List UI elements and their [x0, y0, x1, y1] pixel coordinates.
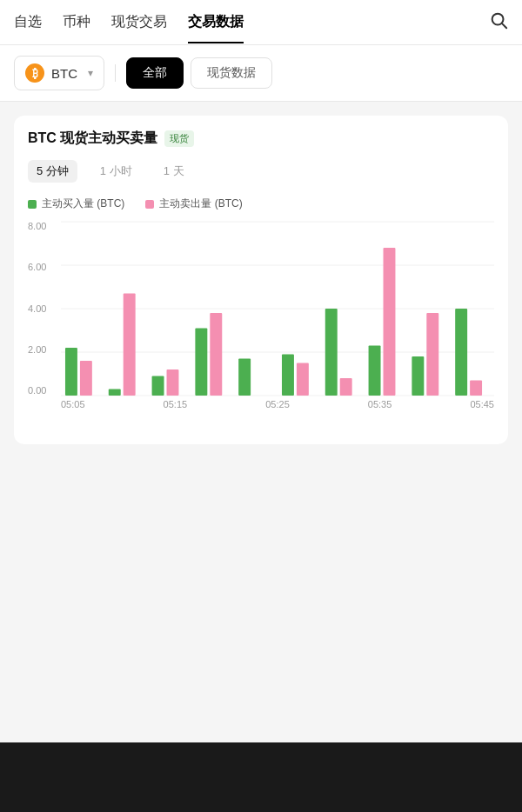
coin-label: BTC: [51, 66, 77, 81]
chart-container: 8.00 6.00 4.00 2.00 0.00 05:05: [28, 222, 494, 430]
bottom-bar: [0, 742, 522, 812]
y-labels: 8.00 6.00 4.00 2.00 0.00: [28, 222, 46, 396]
time-tabs: 5 分钟 1 小时 1 天: [28, 160, 494, 183]
y-label-8: 8.00: [28, 222, 46, 231]
filter-row: ₿ BTC ▾ 全部 现货数据: [0, 45, 522, 102]
nav-item-spot-trade[interactable]: 现货交易: [111, 1, 167, 43]
filter-btn-spot[interactable]: 现货数据: [191, 57, 272, 89]
svg-rect-9: [109, 389, 121, 396]
x-label-0545: 05:45: [470, 399, 494, 409]
y-label-6: 6.00: [28, 263, 46, 272]
svg-rect-7: [65, 348, 77, 396]
nav-item-coins[interactable]: 币种: [63, 1, 90, 43]
separator: [115, 64, 116, 82]
time-tab-5min[interactable]: 5 分钟: [28, 160, 77, 183]
y-label-0: 0.00: [28, 386, 46, 396]
legend-sell-dot: [145, 200, 154, 209]
nav-items: 自选 币种 现货交易 交易数据: [14, 1, 244, 43]
chart-area: [61, 222, 494, 396]
svg-rect-15: [238, 359, 251, 396]
svg-rect-12: [167, 369, 179, 396]
bar-chart-svg: [61, 222, 494, 396]
nav-item-watchlist[interactable]: 自选: [14, 1, 42, 43]
svg-rect-25: [470, 381, 482, 396]
svg-line-1: [502, 23, 506, 28]
chart-legend: 主动买入量 (BTC) 主动卖出量 (BTC): [28, 196, 494, 211]
svg-rect-21: [384, 248, 396, 396]
spot-badge: 现货: [164, 130, 194, 147]
nav-item-trade-data[interactable]: 交易数据: [188, 1, 244, 43]
filter-btn-all[interactable]: 全部: [126, 57, 184, 89]
x-label-0525: 05:25: [265, 399, 290, 409]
svg-rect-11: [152, 376, 164, 396]
legend-sell-label: 主动卖出量 (BTC): [159, 196, 242, 211]
legend-buy: 主动买入量 (BTC): [28, 196, 124, 211]
svg-rect-17: [297, 363, 309, 396]
svg-rect-24: [455, 309, 467, 396]
svg-rect-22: [412, 356, 424, 396]
time-tab-1h[interactable]: 1 小时: [91, 160, 141, 183]
y-label-4: 4.00: [28, 304, 46, 314]
filter-buttons: 全部 现货数据: [126, 57, 272, 89]
svg-rect-19: [340, 378, 352, 396]
card-title: BTC 现货主动买卖量 现货: [28, 130, 494, 148]
svg-rect-8: [80, 361, 92, 396]
btc-icon: ₿: [25, 63, 44, 83]
legend-sell: 主动卖出量 (BTC): [145, 196, 242, 211]
svg-rect-10: [124, 294, 136, 396]
legend-buy-dot: [28, 200, 37, 209]
svg-rect-23: [426, 313, 438, 396]
svg-rect-20: [369, 346, 381, 396]
svg-rect-18: [325, 309, 338, 396]
chart-card: BTC 现货主动买卖量 现货 5 分钟 1 小时 1 天 主动买入量 (BTC)…: [14, 116, 508, 444]
main-content: BTC 现货主动买卖量 现货 5 分钟 1 小时 1 天 主动买入量 (BTC)…: [0, 102, 522, 710]
chevron-down-icon: ▾: [88, 67, 93, 79]
search-icon[interactable]: [489, 10, 508, 34]
x-label-0515: 05:15: [164, 399, 188, 409]
svg-rect-16: [282, 355, 294, 396]
x-label-0505: 05:05: [61, 399, 85, 409]
svg-rect-14: [210, 313, 222, 396]
top-nav: 自选 币种 现货交易 交易数据: [0, 0, 522, 45]
legend-buy-label: 主动买入量 (BTC): [42, 196, 124, 211]
y-label-2: 2.00: [28, 345, 46, 355]
x-labels: 05:05 05:15 05:25 05:35 05:45: [61, 399, 494, 409]
time-tab-1d[interactable]: 1 天: [155, 160, 193, 183]
svg-rect-13: [195, 329, 207, 396]
card-title-text: BTC 现货主动买卖量: [28, 130, 157, 148]
coin-selector[interactable]: ₿ BTC ▾: [14, 56, 104, 90]
x-label-0535: 05:35: [368, 399, 392, 409]
